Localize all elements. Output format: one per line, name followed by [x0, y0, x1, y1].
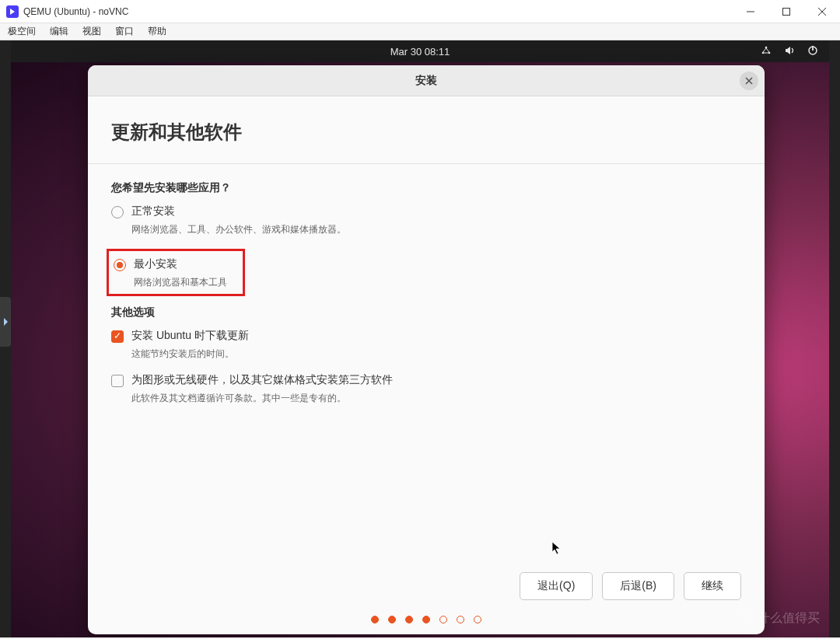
option-desc: 网络浏览器、工具、办公软件、游戏和媒体播放器。	[131, 223, 741, 236]
dialog-body: 更新和其他软件 您希望先安装哪些应用？ 正常安装 网络浏览器、工具、办公软件、游…	[88, 96, 765, 558]
divider	[88, 163, 765, 164]
menu-item[interactable]: 视图	[82, 25, 101, 38]
step-dot-filled	[371, 616, 379, 623]
option-label: 为图形或无线硬件，以及其它媒体格式安装第三方软件	[131, 373, 393, 387]
watermark-text: 什么值得买	[758, 610, 820, 627]
step-dots	[88, 614, 765, 634]
app-icon	[6, 5, 19, 18]
maximize-button[interactable]	[768, 0, 804, 23]
menu-item[interactable]: 编辑	[50, 25, 68, 38]
option-desc: 此软件及其文档遵循许可条款。其中一些是专有的。	[131, 392, 741, 405]
gnome-topbar: Mar 30 08:11	[11, 40, 829, 62]
minimize-button[interactable]	[733, 0, 768, 23]
radio-option-normal[interactable]: 正常安装	[111, 204, 741, 218]
power-icon[interactable]	[807, 45, 818, 58]
network-icon[interactable]	[761, 45, 772, 58]
step-dot-filled	[405, 616, 413, 623]
dialog-title: 安装	[415, 74, 437, 88]
watermark: 值 什么值得买	[733, 608, 820, 628]
page-heading: 更新和其他软件	[111, 120, 741, 145]
option-label: 正常安装	[131, 204, 175, 218]
close-button[interactable]	[804, 0, 840, 23]
mouse-cursor-icon	[551, 541, 562, 558]
window-titlebar: QEMU (Ubuntu) - noVNC	[0, 0, 840, 23]
back-button[interactable]: 后退(B)	[602, 572, 674, 600]
dialog-titlebar: 安装	[88, 65, 765, 96]
checkbox-download-updates[interactable]: 安装 Ubuntu 时下载更新	[111, 329, 741, 343]
step-dot	[457, 616, 464, 623]
radio-option-minimal[interactable]: 最小安装	[114, 257, 238, 271]
volume-icon[interactable]	[784, 45, 795, 58]
continue-button[interactable]: 继续	[684, 572, 741, 600]
option-label: 最小安装	[134, 257, 177, 271]
menu-item[interactable]: 帮助	[148, 25, 166, 38]
novnc-toolbar-handle[interactable]	[0, 297, 11, 347]
dialog-footer: 退出(Q) 后退(B) 继续	[88, 558, 765, 614]
ubuntu-desktop: Mar 30 08:11 安装	[11, 40, 829, 637]
svg-rect-1	[783, 8, 790, 15]
step-dot	[474, 616, 481, 623]
radio-icon-checked[interactable]	[114, 259, 126, 271]
radio-icon[interactable]	[111, 206, 124, 218]
menu-item[interactable]: 极空间	[8, 25, 36, 38]
option-desc: 这能节约安装后的时间。	[131, 347, 741, 361]
option-label: 安装 Ubuntu 时下载更新	[131, 329, 249, 343]
question-label: 其他选项	[111, 306, 741, 320]
installer-dialog: 安装 更新和其他软件 您希望先安装哪些应用？ 正常安装 网络浏览器、工具、办公软…	[88, 65, 765, 634]
step-dot-filled	[422, 616, 430, 623]
red-highlight-box: 最小安装 网络浏览器和基本工具	[107, 249, 245, 296]
checkbox-thirdparty[interactable]: 为图形或无线硬件，以及其它媒体格式安装第三方软件	[111, 373, 741, 387]
question-label: 您希望先安装哪些应用？	[111, 181, 741, 195]
checkbox-icon-checked[interactable]	[111, 330, 124, 343]
step-dot	[439, 616, 447, 623]
menu-item[interactable]: 窗口	[115, 25, 134, 38]
window-title: QEMU (Ubuntu) - noVNC	[23, 6, 128, 17]
vnc-viewport: Mar 30 08:11 安装	[0, 40, 840, 637]
dialog-close-button[interactable]	[740, 72, 758, 90]
watermark-badge: 值	[733, 608, 753, 628]
topbar-datetime[interactable]: Mar 30 08:11	[390, 46, 450, 58]
novnc-menubar: 极空间 编辑 视图 窗口 帮助	[0, 23, 840, 40]
option-desc: 网络浏览器和基本工具	[134, 276, 238, 289]
step-dot-filled	[388, 616, 396, 623]
checkbox-icon[interactable]	[111, 375, 124, 387]
quit-button[interactable]: 退出(Q)	[520, 572, 593, 600]
svg-point-4	[765, 46, 768, 48]
